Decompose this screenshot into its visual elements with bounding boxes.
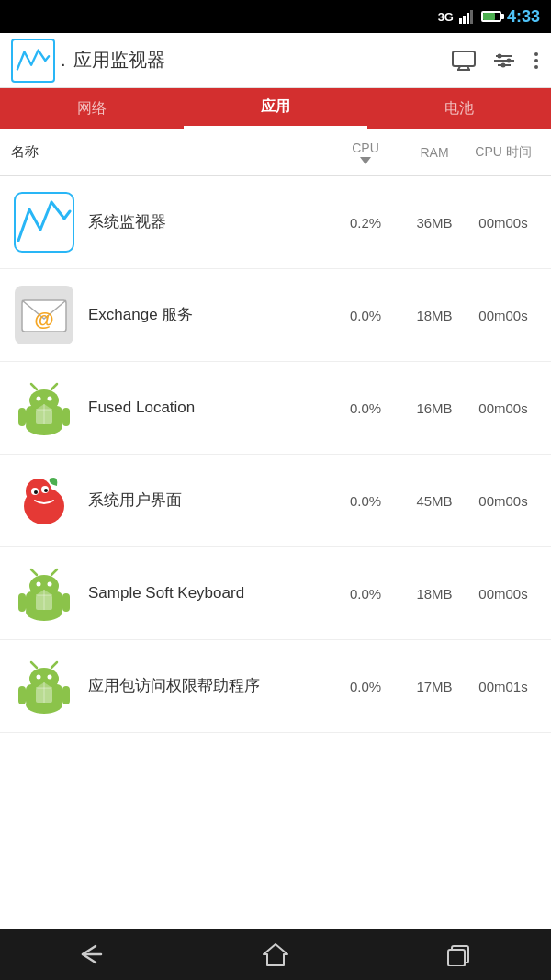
svg-point-12 [507,58,512,62]
app-cpu: 0.0% [329,493,402,509]
svg-point-44 [37,582,41,587]
signal-indicator: 3G [438,10,454,24]
app-ram: 17MB [402,679,467,694]
app-ram: 36MB [402,215,467,231]
app-icon-jelly [11,467,77,534]
recent-apps-button[interactable] [436,931,482,977]
app-cputime: 00m00s [467,493,540,509]
svg-rect-1 [463,16,466,24]
app-logo [11,39,55,83]
battery-icon [481,11,501,22]
table-row[interactable]: 系统监视器 0.2% 36MB 00m00s [0,176,551,269]
col-cpu[interactable]: CPU [329,141,402,164]
app-ram: 18MB [402,308,467,323]
svg-point-16 [534,65,538,69]
tab-bar: 网络 应用 电池 [0,88,551,129]
app-logo-icon [16,43,51,78]
svg-rect-49 [62,593,70,612]
app-cpu: 0.0% [329,400,402,416]
svg-rect-29 [18,408,26,426]
app-cputime: 00m00s [467,586,540,602]
monitor-icon[interactable] [452,51,476,71]
app-name: 系统监视器 [88,212,329,232]
svg-point-40 [44,489,48,492]
svg-rect-4 [453,51,475,66]
col-ram: RAM [402,145,467,160]
svg-point-39 [34,490,38,494]
toolbar: . 应用监视器 [0,33,551,88]
svg-point-25 [37,397,41,401]
svg-point-26 [48,397,52,401]
app-name: Exchange 服务 [88,305,329,325]
svg-rect-68 [448,950,465,966]
sort-arrow-icon [360,157,371,164]
toolbar-title: 应用监视器 [73,48,452,73]
svg-text:@: @ [34,308,53,331]
table-row[interactable]: 系统用户界面 0.0% 45MB 00m00s [0,455,551,547]
filter-icon[interactable] [492,51,516,71]
svg-point-14 [534,52,538,56]
app-name: Sample Soft Keyboard [88,583,329,603]
table-row[interactable]: @ Exchange 服务 0.0% 18MB 00m00s [0,269,551,362]
app-cputime: 00m01s [467,679,540,694]
svg-point-15 [534,59,538,62]
svg-rect-2 [467,13,469,24]
svg-line-59 [31,662,37,668]
app-cputime: 00m00s [467,215,540,231]
status-bar: 3G 4:33 [0,0,551,33]
app-icon-exchange: @ [11,282,77,348]
tab-network[interactable]: 网络 [0,88,184,129]
svg-line-27 [31,384,37,389]
table-row[interactable]: 应用包访问权限帮助程序 0.0% 17MB 00m01s [0,640,551,733]
toolbar-dot: . [61,50,66,71]
back-button[interactable] [69,931,115,977]
col-cputime: CPU 时间 [467,144,540,160]
svg-rect-62 [62,686,70,704]
svg-rect-48 [18,593,26,612]
app-cpu: 0.0% [329,586,402,602]
app-ram: 45MB [402,493,467,509]
app-cpu: 0.0% [329,308,402,323]
svg-rect-3 [470,10,473,24]
app-ram: 16MB [402,400,467,416]
svg-rect-0 [459,18,462,24]
app-list: 系统监视器 0.2% 36MB 00m00s @ Exchange 服务 0.0… [0,176,551,929]
home-button[interactable] [253,931,298,977]
table-row[interactable]: Fused Location 0.0% 16MB 00m00s [0,362,551,455]
svg-rect-30 [62,408,70,426]
signal-bars-icon [459,9,476,24]
svg-point-45 [48,582,52,587]
app-icon-android [11,375,77,441]
column-headers: 名称 CPU RAM CPU 时间 [0,129,551,176]
col-name: 名称 [11,143,329,161]
svg-rect-61 [18,686,26,704]
svg-line-28 [51,384,57,389]
svg-point-13 [501,62,506,67]
tab-apps[interactable]: 应用 [184,88,367,129]
toolbar-actions [452,51,540,71]
tab-battery[interactable]: 电池 [367,88,551,129]
svg-line-46 [31,569,37,575]
app-name: Fused Location [88,398,329,418]
app-cputime: 00m00s [467,400,540,416]
svg-point-57 [37,675,41,680]
status-time: 4:33 [507,7,540,27]
table-row[interactable]: Sample Soft Keyboard 0.0% 18MB 00m00s [0,547,551,640]
svg-line-47 [51,569,57,575]
more-options-icon[interactable] [533,51,540,71]
app-cpu: 0.0% [329,679,402,694]
svg-line-60 [51,662,57,668]
app-icon-monitor [11,189,77,255]
app-name: 系统用户界面 [88,490,329,511]
app-icon-android2 [11,560,77,626]
svg-point-58 [48,675,52,680]
app-cpu: 0.2% [329,215,402,231]
app-name: 应用包访问权限帮助程序 [88,676,329,696]
app-icon-android3 [11,653,77,719]
navigation-bar [0,929,551,980]
svg-point-11 [498,53,502,58]
app-ram: 18MB [402,586,467,602]
app-cputime: 00m00s [467,308,540,323]
